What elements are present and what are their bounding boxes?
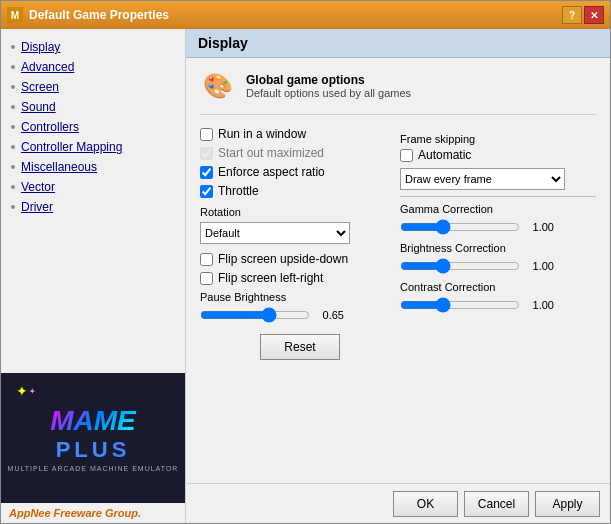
right-column: Frame skipping Automatic Draw every fram…: [400, 127, 596, 360]
bottom-bar: OK Cancel Apply: [186, 483, 610, 523]
titlebar-left: M Default Game Properties: [7, 7, 169, 23]
contrast-value: 1.00: [526, 299, 554, 311]
gamma-value: 1.00: [526, 221, 554, 233]
gamma-slider-row: 1.00: [400, 218, 596, 236]
pause-brightness-label: Pause Brightness: [200, 291, 400, 303]
rotation-dropdown-row: Default 0 degrees 90 degrees 180 degrees…: [200, 222, 400, 244]
sidebar-nav: Display Advanced Screen Sound Controller…: [1, 29, 185, 373]
pause-brightness-value: 0.65: [316, 309, 344, 321]
enforce-aspect-row: Enforce aspect ratio: [200, 165, 400, 179]
rotation-label: Rotation: [200, 206, 400, 218]
left-column: Run in a window Start out maximized Enfo…: [200, 127, 400, 360]
enforce-aspect-label: Enforce aspect ratio: [218, 165, 325, 179]
throttle-label: Throttle: [218, 184, 259, 198]
contrast-slider-row: 1.00: [400, 296, 596, 314]
appnee-label: AppNee Freeware Group.: [1, 503, 185, 523]
sidebar-item-sound[interactable]: Sound: [1, 97, 185, 117]
main-panel: Display 🎨 Global game options Default op…: [186, 29, 610, 523]
content-area: Display Advanced Screen Sound Controller…: [1, 29, 610, 523]
flip-left-row: Flip screen left-right: [200, 271, 400, 285]
run-window-checkbox[interactable]: [200, 128, 213, 141]
help-button[interactable]: ?: [562, 6, 582, 24]
start-maximized-label: Start out maximized: [218, 146, 324, 160]
close-button[interactable]: ✕: [584, 6, 604, 24]
frame-skipping-label: Frame skipping: [400, 133, 596, 145]
brightness-value: 1.00: [526, 260, 554, 272]
sidebar-item-miscellaneous[interactable]: Miscellaneous: [1, 157, 185, 177]
run-window-label: Run in a window: [218, 127, 306, 141]
svg-text:M: M: [11, 10, 19, 21]
sidebar-item-advanced[interactable]: Advanced: [1, 57, 185, 77]
sidebar: Display Advanced Screen Sound Controller…: [1, 29, 186, 523]
throttle-checkbox[interactable]: [200, 185, 213, 198]
global-options-row: 🎨 Global game options Default options us…: [200, 68, 596, 115]
sidebar-item-display[interactable]: Display: [1, 37, 185, 57]
throttle-row: Throttle: [200, 184, 400, 198]
gamma-slider[interactable]: [400, 218, 520, 236]
separator-1: [400, 196, 596, 197]
rotation-select[interactable]: Default 0 degrees 90 degrees 180 degrees…: [200, 222, 350, 244]
panel-body: 🎨 Global game options Default options us…: [186, 58, 610, 483]
contrast-label: Contrast Correction: [400, 281, 596, 293]
apply-button[interactable]: Apply: [535, 491, 600, 517]
sidebar-item-driver[interactable]: Driver: [1, 197, 185, 217]
flip-upside-row: Flip screen upside-down: [200, 252, 400, 266]
start-maximized-row: Start out maximized: [200, 146, 400, 160]
titlebar-buttons: ? ✕: [562, 6, 604, 24]
pause-slider-row: 0.65: [200, 306, 400, 324]
logo-mame: MAME: [50, 405, 136, 437]
auto-checkbox-row: Automatic: [400, 148, 596, 162]
flip-upside-label: Flip screen upside-down: [218, 252, 348, 266]
global-icon: 🎨: [200, 68, 236, 104]
sidebar-item-controller-mapping[interactable]: Controller Mapping: [1, 137, 185, 157]
brightness-slider[interactable]: [400, 257, 520, 275]
frame-dropdown-row: Draw every frame Skip 1 frame Skip 2 fra…: [400, 168, 596, 190]
sidebar-item-vector[interactable]: Vector: [1, 177, 185, 197]
sidebar-item-controllers[interactable]: Controllers: [1, 117, 185, 137]
settings-columns: Run in a window Start out maximized Enfo…: [200, 127, 596, 360]
pause-section: Pause Brightness 0.65: [200, 291, 400, 324]
run-window-row: Run in a window: [200, 127, 400, 141]
brightness-label: Brightness Correction: [400, 242, 596, 254]
flip-section: Flip screen upside-down Flip screen left…: [200, 252, 400, 285]
reset-row: Reset: [200, 334, 400, 360]
enforce-aspect-checkbox[interactable]: [200, 166, 213, 179]
sidebar-item-screen[interactable]: Screen: [1, 77, 185, 97]
frame-select[interactable]: Draw every frame Skip 1 frame Skip 2 fra…: [400, 168, 565, 190]
pause-brightness-slider[interactable]: [200, 306, 310, 324]
automatic-checkbox[interactable]: [400, 149, 413, 162]
ok-button[interactable]: OK: [393, 491, 458, 517]
global-options-subtitle: Default options used by all games: [246, 87, 411, 99]
gamma-label: Gamma Correction: [400, 203, 596, 215]
main-window: M Default Game Properties ? ✕ Display Ad…: [0, 0, 611, 524]
flip-upside-checkbox[interactable]: [200, 253, 213, 266]
logo-subtitle: MULTIPLE ARCADE MACHINE EMULATOR: [8, 465, 179, 472]
logo-plus: PLUS: [56, 437, 131, 463]
cancel-button[interactable]: Cancel: [464, 491, 529, 517]
contrast-slider[interactable]: [400, 296, 520, 314]
titlebar: M Default Game Properties ? ✕: [1, 1, 610, 29]
flip-left-label: Flip screen left-right: [218, 271, 323, 285]
sidebar-logo: ✦ ✦ MAME PLUS MULTIPLE ARCADE MACHINE EM…: [1, 373, 185, 503]
reset-button[interactable]: Reset: [260, 334, 340, 360]
start-maximized-checkbox[interactable]: [200, 147, 213, 160]
global-options-title: Global game options: [246, 73, 411, 87]
flip-left-checkbox[interactable]: [200, 272, 213, 285]
brightness-slider-row: 1.00: [400, 257, 596, 275]
automatic-label: Automatic: [418, 148, 471, 162]
app-icon: M: [7, 7, 23, 23]
window-title: Default Game Properties: [29, 8, 169, 22]
panel-header: Display: [186, 29, 610, 58]
